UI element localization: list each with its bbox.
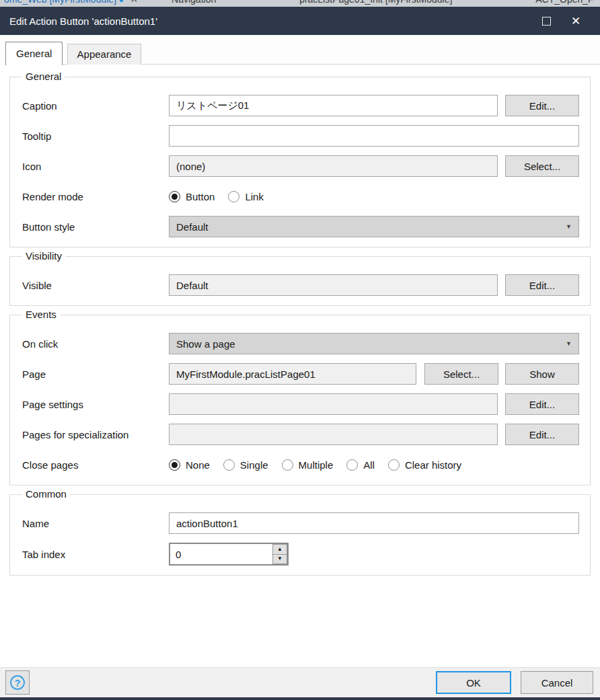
maximize-button[interactable] — [531, 7, 561, 35]
ok-button[interactable]: OK — [436, 671, 511, 694]
caption-edit-button[interactable]: Edit... — [505, 95, 579, 116]
page-select-button[interactable]: Select... — [424, 363, 498, 385]
group-common: Common Name actionButton1 Tab index 0 ▲ … — [9, 494, 591, 576]
close-button[interactable]: ✕ — [561, 7, 591, 35]
modified-dot-icon: ● — [119, 0, 124, 4]
visible-label: Visible — [22, 280, 169, 291]
close-pages-label: Close pages — [22, 459, 169, 471]
button-style-dropdown[interactable]: Default ▼ — [169, 216, 579, 237]
close-pages-option-clear-history[interactable]: Clear history — [388, 459, 461, 471]
chevron-down-icon: ▼ — [566, 223, 572, 230]
pages-for-specialization-value-field — [169, 424, 498, 445]
dialog-title: Edit Action Button 'actionButton1' — [9, 15, 531, 27]
render-mode-option-button[interactable]: Button — [169, 191, 215, 202]
group-general: General Caption リストページ01 Edit... Tooltip… — [9, 77, 591, 247]
pages-for-specialization-label: Pages for specialization — [22, 429, 169, 440]
cancel-button[interactable]: Cancel — [521, 671, 593, 694]
group-common-legend: Common — [22, 488, 70, 500]
close-pages-option-multiple[interactable]: Multiple — [282, 459, 334, 471]
background-tab-act-open[interactable]: ACT_Open_F — [535, 0, 593, 5]
button-style-row: Button style Default ▼ — [22, 216, 578, 237]
radio-unselected-icon — [223, 459, 235, 471]
on-click-row: On click Show a page ▼ — [22, 333, 578, 354]
radio-unselected-icon — [346, 459, 358, 471]
dialog-titlebar: Edit Action Button 'actionButton1' ✕ — [0, 7, 600, 35]
page-settings-row: Page settings Edit... — [22, 393, 578, 415]
group-events: Events On click Show a page ▼ Page MyFir… — [9, 315, 591, 485]
icon-label: Icon — [22, 161, 169, 172]
page-settings-value-field — [169, 393, 498, 415]
radio-unselected-icon — [228, 191, 239, 202]
pages-for-specialization-row: Pages for specialization Edit... — [22, 424, 578, 445]
visible-value-field: Default — [169, 274, 498, 296]
render-mode-label: Render mode — [22, 191, 169, 202]
close-pages-row: Close pages None Single Multiple All — [22, 454, 578, 475]
close-pages-option-none[interactable]: None — [169, 459, 210, 471]
page-settings-label: Page settings — [22, 399, 169, 410]
close-pages-option-single[interactable]: Single — [223, 459, 268, 471]
visible-row: Visible Default Edit... — [22, 274, 578, 296]
group-visibility: Visibility Visible Default Edit... — [9, 256, 591, 306]
icon-select-button[interactable]: Select... — [505, 155, 579, 177]
tab-index-row: Tab index 0 ▲ ▼ — [22, 543, 578, 566]
radio-unselected-icon — [388, 459, 400, 471]
tab-close-icon[interactable]: ✕ — [130, 0, 138, 5]
arrow-down-icon: ▼ — [277, 556, 283, 561]
group-events-legend: Events — [22, 309, 60, 320]
tab-index-input[interactable]: 0 — [170, 544, 272, 564]
background-tab-navigation[interactable]: Navigation — [172, 0, 216, 5]
tab-index-label: Tab index — [22, 549, 169, 560]
help-icon: ? — [10, 675, 25, 690]
render-mode-row: Render mode Button Link — [22, 186, 578, 207]
icon-value-field: (none) — [169, 155, 498, 177]
button-style-label: Button style — [22, 221, 169, 233]
page-show-button[interactable]: Show — [505, 363, 579, 385]
background-tab-praclistpage01-init[interactable]: pracListPage01_Init [MyFirstModule] — [299, 0, 452, 5]
caption-row: Caption リストページ01 Edit... — [22, 95, 578, 116]
dialog-footer: ? OK Cancel — [0, 667, 600, 700]
tab-general[interactable]: General — [5, 42, 63, 65]
page-row: Page MyFirstModule.pracListPage01 Select… — [22, 363, 578, 385]
caption-label: Caption — [22, 100, 169, 112]
page-value-field: MyFirstModule.pracListPage01 — [169, 363, 416, 385]
render-mode-option-link[interactable]: Link — [228, 191, 264, 202]
radio-selected-icon — [169, 459, 180, 471]
tab-appearance[interactable]: Appearance — [67, 44, 142, 65]
tooltip-input[interactable] — [169, 125, 579, 147]
name-row: Name actionButton1 — [22, 512, 578, 534]
chevron-down-icon: ▼ — [566, 340, 572, 347]
help-button[interactable]: ? — [5, 670, 30, 695]
dialog-bottom-edge — [0, 697, 600, 700]
caption-input[interactable]: リストページ01 — [169, 95, 498, 116]
background-ide-tabstrip: ome_Web [MyFirstModule] ● ✕ Navigation p… — [0, 0, 600, 7]
arrow-up-icon: ▲ — [277, 547, 283, 552]
icon-row: Icon (none) Select... — [22, 155, 578, 177]
background-tab-home-web[interactable]: ome_Web [MyFirstModule] — [4, 0, 116, 5]
spin-up-button[interactable]: ▲ — [272, 544, 287, 555]
page-settings-edit-button[interactable]: Edit... — [505, 393, 579, 415]
radio-unselected-icon — [282, 459, 293, 471]
name-label: Name — [22, 518, 169, 529]
dialog-tabstrip: General Appearance — [0, 35, 600, 65]
maximize-icon — [542, 17, 551, 26]
on-click-label: On click — [22, 338, 169, 350]
radio-selected-icon — [169, 191, 180, 202]
tooltip-label: Tooltip — [22, 130, 169, 142]
close-pages-option-all[interactable]: All — [346, 459, 375, 471]
visible-edit-button[interactable]: Edit... — [505, 274, 579, 296]
group-general-legend: General — [22, 71, 65, 82]
pages-for-specialization-edit-button[interactable]: Edit... — [505, 424, 579, 445]
name-input[interactable]: actionButton1 — [169, 512, 579, 534]
tab-index-stepper: 0 ▲ ▼ — [169, 543, 289, 566]
dialog-content: General Caption リストページ01 Edit... Tooltip… — [0, 65, 600, 576]
group-visibility-legend: Visibility — [22, 250, 65, 262]
on-click-dropdown[interactable]: Show a page ▼ — [169, 333, 579, 354]
spin-down-button[interactable]: ▼ — [272, 555, 287, 565]
tooltip-row: Tooltip — [22, 125, 578, 147]
close-icon: ✕ — [571, 15, 580, 27]
page-label: Page — [22, 368, 169, 380]
